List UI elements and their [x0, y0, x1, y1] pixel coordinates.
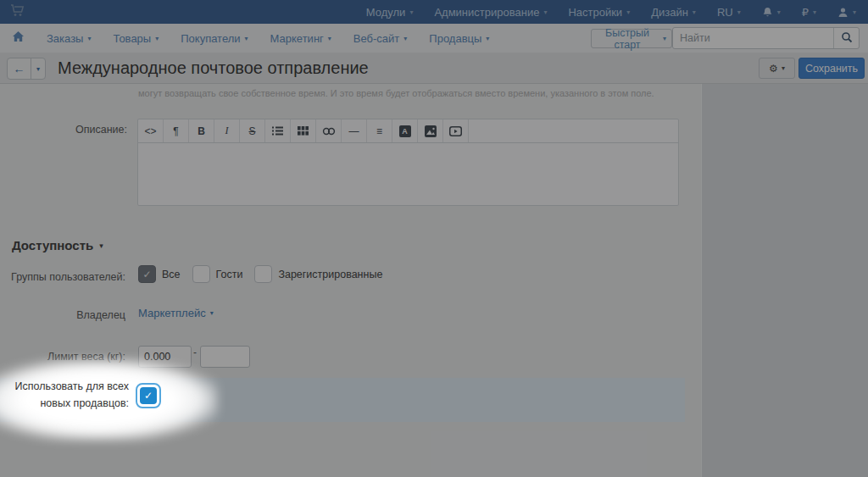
label-line-2: новых продавцов: — [40, 397, 129, 409]
label-line-1: Использовать для всех — [15, 380, 129, 392]
use-for-all-vendors-checkbox[interactable]: ✓ — [136, 383, 161, 408]
check-icon: ✓ — [140, 387, 157, 404]
use-for-all-vendors-label: Использовать для всех новых продавцов: — [0, 378, 129, 412]
admin-window: Модули▾ Администрирование▾ Настройки▾ Ди… — [0, 0, 868, 477]
